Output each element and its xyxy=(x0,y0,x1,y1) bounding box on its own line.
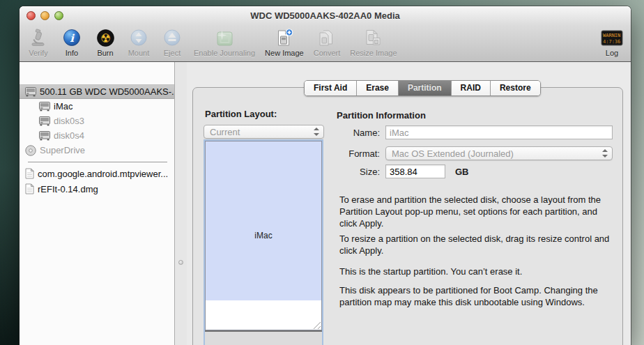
name-field xyxy=(385,125,613,139)
svg-text:WARNIN: WARNIN xyxy=(603,32,620,38)
format-dropdown: Mac OS Extended (Journaled) xyxy=(385,146,613,160)
resize-image-icon xyxy=(364,27,383,48)
partition-imac[interactable]: iMac xyxy=(205,141,322,330)
main-pane: First AidErasePartitionRAIDRestore Parti… xyxy=(187,62,631,345)
content-area: 500.11 GB WDC WD5000AAKS-...iMacdisk0s3d… xyxy=(20,62,631,345)
toolbar-button-label: Verify xyxy=(29,49,48,57)
optical-icon xyxy=(25,145,36,156)
toolbar-button-label: Resize Image xyxy=(350,49,397,57)
toolbar-items-left: VerifyiInfo☢BurnMountEjectEnable Journal… xyxy=(20,25,397,57)
partition-info-title: Partition Information xyxy=(337,110,426,121)
toolbar-button-label: Eject xyxy=(164,49,181,57)
sidebar-item-superdrive[interactable]: SuperDrive xyxy=(20,143,174,158)
toolbar: VerifyiInfo☢BurnMountEjectEnable Journal… xyxy=(20,25,631,62)
toolbar-button-log[interactable]: WARNIN4:7:36Log xyxy=(600,27,624,57)
new-image-icon xyxy=(275,27,293,48)
toolbar-button-label: Info xyxy=(66,49,78,57)
partition-next[interactable] xyxy=(205,332,322,345)
toolbar-button-label: New Image xyxy=(265,49,304,57)
sidebar-item-label: 500.11 GB WDC WD5000AAKS-... xyxy=(40,86,174,97)
svg-text:☢: ☢ xyxy=(100,31,110,45)
partition-layout-dropdown-value: Current xyxy=(210,127,240,137)
info-paragraph: To resize a partition on the selected di… xyxy=(339,233,614,256)
toolbar-button-label: Burn xyxy=(97,49,113,57)
sidebar: 500.11 GB WDC WD5000AAKS-...iMacdisk0s3d… xyxy=(20,62,175,345)
info-paragraph: To erase and partition the selected disk… xyxy=(339,194,614,229)
splitter-handle-icon xyxy=(178,260,183,265)
partition-map-label: iMac xyxy=(205,141,322,330)
sidebar-item-label: com.google.android.mtpviewer... xyxy=(38,169,168,179)
toolbar-button-enable-journaling: Enable Journaling xyxy=(194,27,255,57)
sidebar-item-disk0s3[interactable]: disk0s3 xyxy=(20,114,174,128)
sidebar-item-label: disk0s4 xyxy=(54,130,84,141)
info-icon: i xyxy=(63,27,81,48)
toolbar-button-resize-image: Resize Image xyxy=(350,27,397,57)
sidebar-item-imac[interactable]: iMac xyxy=(20,99,174,114)
tab-bar: First AidErasePartitionRAIDRestore xyxy=(304,80,541,96)
desktop: { "window": { "title": "WDC WD5000AAKS-4… xyxy=(0,0,644,345)
stepper-arrows-icon xyxy=(314,128,319,137)
sidebar-item-label: rEFIt-0.14.dmg xyxy=(38,184,98,194)
partition-map: iMac xyxy=(204,139,323,345)
svg-text:4:7:36: 4:7:36 xyxy=(603,38,620,44)
sidebar-device-list: 500.11 GB WDC WD5000AAKS-...iMacdisk0s3d… xyxy=(20,84,174,158)
toolbar-button-label: Enable Journaling xyxy=(194,49,255,57)
eject-icon xyxy=(163,27,181,48)
toolbar-button-burn[interactable]: ☢Burn xyxy=(93,27,117,57)
sidebar-item-com-google-android-mtpviewer[interactable]: com.google.android.mtpviewer... xyxy=(20,166,174,181)
verify-icon xyxy=(29,27,47,48)
journaling-icon xyxy=(215,27,234,48)
partition-panel: Partition Layout: Current iMac Partition xyxy=(192,87,623,345)
tab-first-aid[interactable]: First Aid xyxy=(305,81,356,95)
pane-splitter[interactable] xyxy=(175,62,187,345)
disk-icon xyxy=(25,87,36,97)
log-icon: WARNIN4:7:36 xyxy=(601,27,623,48)
file-icon xyxy=(25,183,34,194)
sidebar-item-500-11-gb-wdc-wd5000aaks[interactable]: 500.11 GB WDC WD5000AAKS-... xyxy=(20,84,174,99)
disk-icon xyxy=(39,102,50,112)
stepper-arrows-icon xyxy=(602,149,608,158)
size-field[interactable] xyxy=(385,164,445,178)
format-dropdown-value: Mac OS Extended (Journaled) xyxy=(392,148,514,159)
toolbar-button-info[interactable]: iInfo xyxy=(60,27,84,57)
size-unit-label: GB xyxy=(455,167,469,177)
info-paragraph: This disk appears to be partitioned for … xyxy=(339,284,614,308)
size-label: Size: xyxy=(331,167,380,177)
mount-icon xyxy=(130,27,148,48)
toolbar-button-new-image[interactable]: New Image xyxy=(265,27,304,57)
burn-icon: ☢ xyxy=(96,27,115,48)
toolbar-button-label: Convert xyxy=(314,49,341,57)
format-label: Format: xyxy=(331,148,380,159)
toolbar-button-eject: Eject xyxy=(160,27,184,57)
partition-layout-label: Partition Layout: xyxy=(205,109,277,119)
name-label: Name: xyxy=(331,128,380,138)
sidebar-divider xyxy=(28,162,167,162)
tab-erase[interactable]: Erase xyxy=(356,81,398,95)
tab-restore[interactable]: Restore xyxy=(490,81,540,95)
sidebar-item-label: disk0s3 xyxy=(54,116,84,126)
toolbar-button-mount: Mount xyxy=(127,27,151,57)
toolbar-items-right: WARNIN4:7:36Log xyxy=(600,27,624,57)
partition-layout-dropdown: Current xyxy=(204,125,324,139)
info-paragraph: This is the startup partition. You can’t… xyxy=(339,266,614,277)
sidebar-item-label: SuperDrive xyxy=(40,145,85,155)
convert-icon xyxy=(317,27,336,48)
file-icon xyxy=(25,168,34,179)
toolbar-button-label: Log xyxy=(606,49,618,57)
sidebar-item-disk0s4[interactable]: disk0s4 xyxy=(20,128,174,143)
window-title: WDC WD5000AAKS-402AA0 Media xyxy=(20,10,631,21)
tab-partition[interactable]: Partition xyxy=(398,81,451,95)
sidebar-item-refit-0-14-dmg[interactable]: rEFIt-0.14.dmg xyxy=(20,181,174,197)
tab-raid[interactable]: RAID xyxy=(451,81,490,95)
titlebar: WDC WD5000AAKS-402AA0 Media xyxy=(20,6,631,25)
toolbar-button-verify: Verify xyxy=(26,27,50,57)
disk-icon xyxy=(39,131,50,141)
sidebar-item-label: iMac xyxy=(54,101,72,112)
disk-utility-window: WDC WD5000AAKS-402AA0 Media VerifyiInfo☢… xyxy=(20,6,631,345)
disk-icon xyxy=(39,116,50,126)
toolbar-button-label: Mount xyxy=(128,49,150,57)
toolbar-button-convert: Convert xyxy=(314,27,341,57)
sidebar-image-list: com.google.android.mtpviewer...rEFIt-0.1… xyxy=(20,166,174,197)
